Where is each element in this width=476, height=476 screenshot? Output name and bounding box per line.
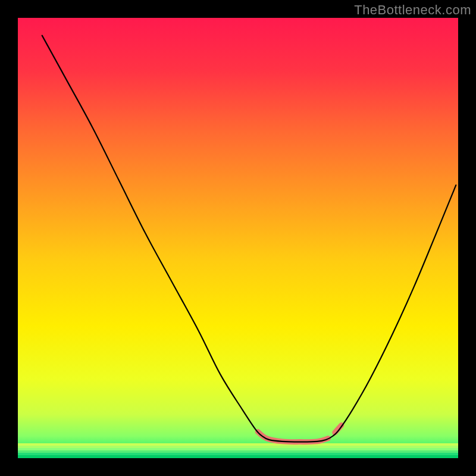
svg-rect-3	[18, 450, 458, 453]
svg-rect-4	[18, 453, 458, 455]
svg-rect-5	[18, 455, 458, 458]
svg-rect-0	[18, 443, 458, 446]
watermark-text: TheBottleneck.com	[354, 2, 471, 18]
bottleneck-chart	[0, 0, 476, 476]
chart-container: TheBottleneck.com	[0, 0, 476, 476]
svg-rect-1	[18, 446, 458, 448]
bottom-stripes	[18, 443, 458, 458]
plot-background	[18, 18, 458, 458]
svg-rect-2	[18, 448, 458, 450]
